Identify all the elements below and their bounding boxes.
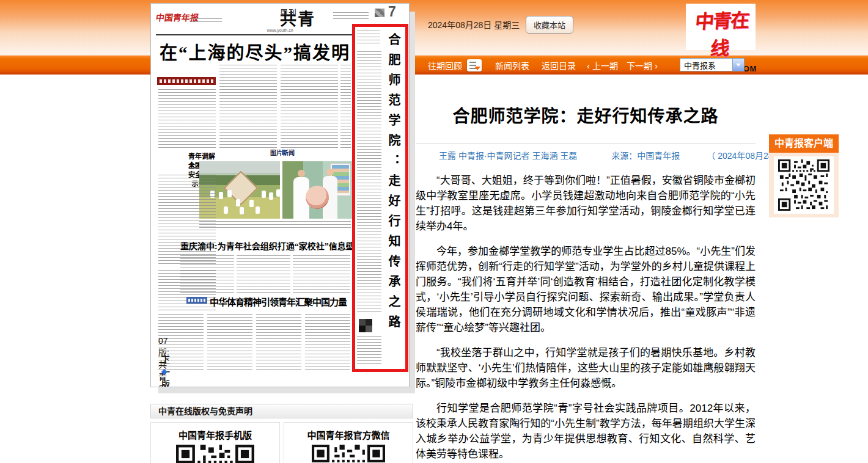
article-paragraph: “大哥哥、大姐姐，终于等到你们啦！”正值暑假，安徽省铜陵市金榔初级中学教室里座无… — [416, 173, 756, 234]
np-text-block — [281, 65, 338, 150]
nav-item-next-issue[interactable]: 下一期 — [627, 59, 652, 71]
article-paragraph: 今年，参加金榔学堂教学的师范专业学生占比超过85%。“小先生”们发挥师范优势，创… — [416, 244, 756, 335]
hl-vertical-headline: 合肥师范学院：走好行知传承之路 — [385, 33, 403, 363]
prev-issue-arrow-icon[interactable]: ‹ — [587, 60, 590, 71]
app-qr-code-icon — [774, 156, 834, 214]
np-masthead-thumbnail — [375, 9, 384, 17]
wechat-official-box: 中国青年报官方微信 — [284, 422, 413, 463]
np-text-block — [340, 65, 351, 150]
np-site-url: www.youth.cn — [237, 28, 323, 32]
copyright-bar: 中青在线版权与免责声明 — [150, 404, 413, 418]
qr-code-icon — [778, 159, 829, 211]
byline-divider — [416, 143, 756, 144]
np-headline-left: 青年调解人才撑起 全国青年安全生产示范园 — [156, 152, 217, 161]
nav-item-past-issues[interactable]: 往期回顾 — [428, 59, 462, 71]
qr-code-icon — [359, 319, 372, 332]
np-masthead-dateline — [190, 18, 222, 22]
next-issue-arrow-icon[interactable]: › — [655, 60, 658, 71]
site-logo[interactable]: 中青在线 WWW.CYOL.COM — [686, 4, 756, 50]
qr-code-icon — [176, 445, 254, 463]
article-source: 来源：中国青年报 — [611, 149, 680, 161]
np-page-number: 7 — [388, 4, 396, 20]
np-headline-main: 在“上海的尽头”搞发明 — [157, 38, 353, 64]
np-text-block — [237, 255, 290, 293]
article-main: 合肥师范学院：走好行知传承之路 王露 中青报·中青网记者 王海涵 王磊 来源：中… — [416, 92, 756, 463]
mobile-version-box: 中国青年报手机版 — [150, 422, 280, 463]
mobile-version-title: 中国青年报手机版 — [151, 428, 279, 441]
article-paragraph: 行知学堂是合肥师范学院“青”字号社会实践品牌项目。2012年以来，该校秉承人民教… — [416, 401, 756, 462]
newspaper-page-panel: 中国青年报 共青 周刊 www.youth.cn 7 在“上海的尽头”搞发明 青… — [150, 3, 410, 387]
logo-calligraphy: 中青在线 — [683, 4, 758, 62]
np-photo-artwork — [282, 161, 352, 219]
np-text-block — [180, 255, 234, 293]
np-photo-caption — [199, 221, 351, 230]
chevron-down-icon[interactable] — [732, 59, 744, 71]
next-page-diamond-icon: ◆ — [161, 367, 167, 376]
sidebar-app-panel — [769, 153, 839, 217]
article-body: “大哥哥、大姐姐，终于等到你们啦！”正值暑假，安徽省铜陵市金榔初级中学教室里座无… — [416, 173, 756, 463]
article-authors: 王露 中青报·中青网记者 王海涵 王磊 — [439, 149, 577, 161]
paper-series-dropdown[interactable]: 中青报系 — [680, 58, 745, 71]
photo-person-head — [326, 169, 334, 176]
np-headline-mid: 重庆渝中:为青年社会组织打通“家校社”信息壁垒 — [180, 239, 352, 252]
np-text-block — [305, 314, 350, 370]
date-text: 2024年08月28日 星期三 — [428, 18, 520, 31]
np-weekly-suffix: 周刊 — [280, 6, 297, 18]
np-text-block — [158, 89, 216, 149]
np-red-tag — [157, 77, 216, 85]
np-text-block — [256, 314, 301, 370]
photo-round-artwork — [306, 186, 329, 209]
np-text-block — [219, 65, 277, 150]
np-masthead-credits — [333, 12, 369, 20]
photo-sign — [224, 171, 259, 206]
np-headline-bottom: 中华体育精神引领青年汇聚中国力量 — [210, 295, 352, 308]
np-text-block — [207, 314, 252, 370]
np-text-block — [158, 175, 216, 266]
label-bar-icon — [282, 150, 284, 155]
np-text-block — [293, 255, 350, 293]
highlighted-article-region[interactable]: 合肥师范学院：走好行知传承之路 — [352, 24, 408, 372]
hl-byline-block — [357, 31, 380, 45]
qr-code-icon — [312, 445, 385, 463]
nav-item-news-list[interactable]: 新闻列表 — [495, 59, 529, 71]
article-paragraph: “我校坐落于群山之中，行知学堂就是孩子们的暑期快乐基地。乡村教师默默坚守、‘小先… — [416, 345, 756, 391]
hl-article-text — [357, 51, 381, 314]
dropdown-value: 中青报系 — [680, 59, 732, 71]
favorite-site-button[interactable]: 收藏本站 — [526, 16, 573, 34]
article-byline-row: 王露 中青报·中青网记者 王海涵 王磊 来源：中国青年报 （ 2024年08月2… — [416, 149, 756, 161]
np-forum-tag — [186, 297, 207, 304]
nav-item-prev-issue[interactable]: 上一期 — [592, 59, 618, 71]
issue-list-icon[interactable] — [467, 59, 482, 71]
main-nav: 往期回顾 新闻列表 返回目录 ‹ 上一期 下一期 › — [428, 56, 660, 75]
wechat-official-title: 中国青年报官方微信 — [284, 428, 413, 441]
article-title: 合肥师范学院：走好行知传承之路 — [416, 103, 756, 127]
hl-article-text — [357, 336, 381, 364]
photo-person-head — [298, 170, 305, 177]
sidebar-app-header: 中青报客户端 — [769, 134, 839, 153]
nav-item-back-to-catalog[interactable]: 返回目录 — [542, 59, 576, 71]
